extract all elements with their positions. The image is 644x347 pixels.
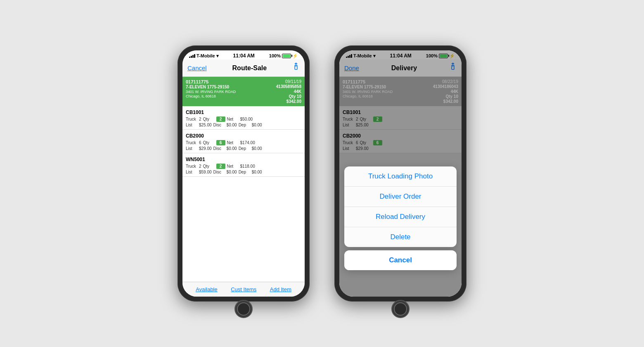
qty-val-cb2000: 6: [216, 140, 225, 145]
left-nav-title: Route-Sale: [232, 64, 267, 72]
qty-val-cb1001: 2: [216, 116, 225, 122]
net-val-cb2000: $174.00: [240, 140, 255, 145]
left-order-left: 017111775 7-ELEVEN 1775-29150 3401 W. IR…: [186, 79, 236, 104]
list-val-cb2000: $29.00: [199, 146, 212, 151]
left-order-header: 017111775 7-ELEVEN 1775-29150 3401 W. IR…: [182, 77, 305, 106]
left-items-area: CB1001 Truck 2 Qty 2 Net $50.00 List $25…: [182, 106, 305, 282]
cust-items-button[interactable]: Cust Items: [231, 286, 256, 292]
phones-container: T-Mobile ▾ 11:04 AM 100% ⚡ Cancel Route-…: [178, 45, 466, 302]
action-sheet-options: Truck Loading Photo Deliver Order Reload…: [344, 166, 457, 247]
right-screen: T-Mobile ▾ 11:04 AM 100% ⚡ Done Delivery: [339, 50, 462, 297]
truck-label-cb2000: Truck: [186, 140, 197, 145]
wifi-icon: ▾: [216, 53, 219, 59]
weight: 44K: [276, 89, 301, 94]
dep-val-cb1001: $0.00: [252, 123, 262, 127]
qty-label: Qty 10: [276, 94, 301, 99]
item-row-cb1001-1: Truck 2 Qty 2 Net $50.00: [186, 116, 301, 122]
item-row-cb2000-1: Truck 6 Qty 6 Net $174.00: [186, 140, 301, 146]
net-val-cb1001: $50.00: [240, 117, 253, 121]
action-deliver-order[interactable]: Deliver Order: [344, 187, 457, 207]
disc-label-cb2000: Disc: [213, 146, 225, 151]
item-row-wn5001-1: Truck 2 Qty 2 Net $118.00: [186, 163, 301, 169]
left-status-left: T-Mobile ▾: [189, 53, 219, 59]
store-name: 7-ELEVEN 1775-29150: [186, 85, 236, 89]
item-row-cb2000-2: List $29.00 Disc $0.00 Dep $0.00: [186, 146, 301, 151]
disc-val-cb1001: $0.00: [227, 123, 237, 127]
store-address: 3401 W. IRVING PARK ROAD: [186, 90, 236, 94]
left-phone: T-Mobile ▾ 11:04 AM 100% ⚡ Cancel Route-…: [178, 45, 310, 302]
dep-label-cb2000: Dep: [239, 146, 250, 151]
action-reload-delivery[interactable]: Reload Delivery: [344, 207, 457, 227]
item-wn5001: WN5001 Truck 2 Qty 2 Net $118.00 List $5…: [182, 153, 305, 177]
right-home-button[interactable]: [391, 300, 410, 318]
left-status-right: 100% ⚡: [269, 53, 298, 59]
left-status-bar: T-Mobile ▾ 11:04 AM 100% ⚡: [182, 50, 305, 59]
share-icon[interactable]: [292, 63, 300, 73]
list-label-cb1001: List: [186, 123, 197, 127]
available-button[interactable]: Available: [196, 286, 218, 292]
item-cb1001: CB1001 Truck 2 Qty 2 Net $50.00 List $25…: [182, 106, 305, 130]
item-name-wn5001: WN5001: [186, 155, 301, 163]
cancel-button[interactable]: Cancel: [187, 64, 207, 71]
left-bottom-bar: Available Cust Items Add Item: [182, 282, 305, 297]
list-val-wn5001: $59.00: [199, 170, 212, 174]
disc-label-wn5001: Disc: [213, 170, 225, 174]
qty-label-cb1001: Qty: [203, 117, 215, 121]
add-item-button[interactable]: Add Item: [270, 286, 291, 292]
charging-icon: ⚡: [292, 53, 298, 59]
item-cb2000: CB2000 Truck 6 Qty 6 Net $174.00 List $2…: [182, 130, 305, 153]
action-sheet-cancel-group: Cancel: [344, 250, 457, 270]
left-content: 017111775 7-ELEVEN 1775-29150 3401 W. IR…: [182, 77, 305, 297]
truck-label: Truck: [186, 117, 197, 121]
item-row-wn5001-2: List $59.00 Disc $0.00 Dep $0.00: [186, 169, 301, 175]
net-label-cb1001: Net: [227, 117, 239, 121]
order-date: 09/11/19: [276, 79, 301, 84]
signal-bars-icon: [189, 54, 195, 58]
net-label-cb2000: Net: [227, 140, 239, 145]
list-label-cb2000: List: [186, 146, 197, 151]
truck-val-cb2000: 6: [199, 140, 201, 145]
net-val-wn5001: $118.00: [240, 164, 255, 169]
truck-val-cb1001: 2: [199, 117, 201, 121]
dep-label-wn5001: Dep: [239, 170, 250, 174]
dep-val-wn5001: $0.00: [252, 170, 262, 174]
left-home-button[interactable]: [234, 300, 253, 318]
dep-val-cb2000: $0.00: [252, 146, 262, 151]
amount: $342.00: [276, 99, 301, 104]
invoice-num: 41305895858: [276, 84, 301, 89]
left-nav-bar: Cancel Route-Sale: [182, 59, 305, 77]
qty-label-cb2000: Qty: [203, 140, 215, 145]
battery-label: 100%: [269, 53, 281, 58]
disc-label-cb1001: Disc: [213, 123, 225, 127]
left-order-right: 09/11/19 41305895858 44K Qty 10 $342.00: [276, 79, 301, 104]
item-name-cb1001: CB1001: [186, 108, 301, 116]
action-cancel[interactable]: Cancel: [344, 250, 457, 270]
net-label-wn5001: Net: [227, 164, 239, 169]
right-phone: T-Mobile ▾ 11:04 AM 100% ⚡ Done Delivery: [334, 45, 466, 302]
left-screen: T-Mobile ▾ 11:04 AM 100% ⚡ Cancel Route-…: [182, 50, 305, 297]
dep-label-cb1001: Dep: [239, 123, 250, 127]
truck-label-wn5001: Truck: [186, 164, 197, 169]
item-name-cb2000: CB2000: [186, 131, 301, 140]
disc-val-wn5001: $0.00: [227, 170, 237, 174]
action-truck-loading[interactable]: Truck Loading Photo: [344, 166, 457, 187]
qty-label-wn5001: Qty: [203, 164, 215, 169]
action-sheet: Truck Loading Photo Deliver Order Reload…: [344, 166, 457, 273]
battery-icon: [282, 54, 291, 58]
action-delete[interactable]: Delete: [344, 227, 457, 247]
list-val-cb1001: $25.00: [199, 123, 212, 127]
truck-val-wn5001: 2: [199, 164, 201, 169]
list-label-wn5001: List: [186, 170, 197, 174]
order-id: 017111775: [186, 79, 236, 84]
item-row-cb1001-2: List $25.00 Disc $0.00 Dep $0.00: [186, 122, 301, 128]
qty-val-wn5001: 2: [216, 164, 225, 169]
left-time: 11:04 AM: [233, 53, 255, 59]
carrier-label: T-Mobile: [197, 53, 215, 58]
disc-val-cb2000: $0.00: [227, 146, 237, 151]
store-city: Chicago, IL 60618: [186, 94, 236, 98]
